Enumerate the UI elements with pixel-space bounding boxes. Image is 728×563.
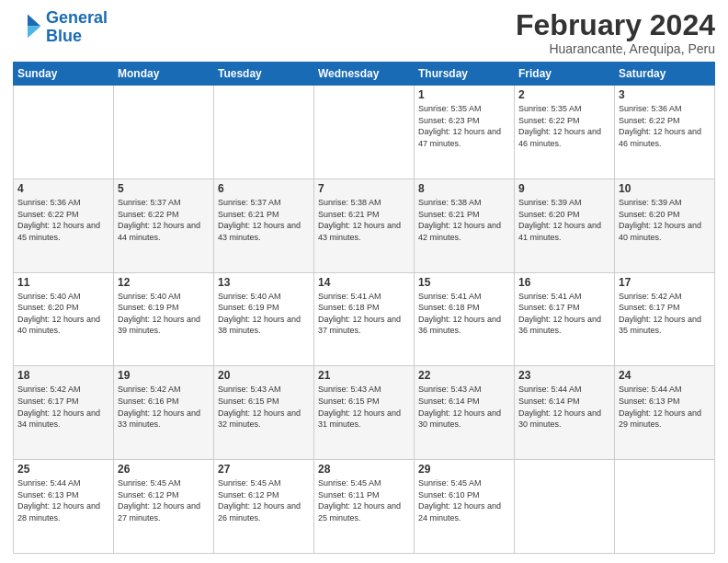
- day-number: 5: [118, 182, 210, 195]
- day-number: 6: [218, 182, 310, 195]
- calendar-cell: [314, 86, 415, 179]
- location: Huarancante, Arequipa, Peru: [516, 41, 715, 56]
- calendar-cell: 24Sunrise: 5:44 AM Sunset: 6:13 PM Dayli…: [615, 366, 715, 460]
- calendar-header-wednesday: Wednesday: [314, 63, 415, 86]
- day-number: 20: [218, 369, 310, 382]
- day-info: Sunrise: 5:44 AM Sunset: 6:13 PM Dayligh…: [619, 384, 711, 430]
- calendar-cell: 18Sunrise: 5:42 AM Sunset: 6:17 PM Dayli…: [14, 366, 114, 460]
- calendar-week-4: 25Sunrise: 5:44 AM Sunset: 6:13 PM Dayli…: [14, 460, 715, 554]
- calendar-cell: 4Sunrise: 5:36 AM Sunset: 6:22 PM Daylig…: [14, 178, 114, 272]
- calendar-week-2: 11Sunrise: 5:40 AM Sunset: 6:20 PM Dayli…: [14, 272, 715, 366]
- day-number: 28: [318, 463, 410, 476]
- calendar-cell: 1Sunrise: 5:35 AM Sunset: 6:23 PM Daylig…: [415, 86, 515, 179]
- day-info: Sunrise: 5:40 AM Sunset: 6:20 PM Dayligh…: [17, 291, 109, 337]
- day-number: 7: [318, 182, 410, 195]
- calendar-header-sunday: Sunday: [14, 63, 114, 86]
- day-info: Sunrise: 5:41 AM Sunset: 6:17 PM Dayligh…: [518, 291, 610, 337]
- page: General Blue February 2024 Huarancante, …: [0, 0, 728, 563]
- calendar-header-tuesday: Tuesday: [214, 63, 314, 86]
- day-number: 21: [318, 369, 410, 382]
- day-number: 11: [17, 276, 109, 289]
- calendar-cell: 23Sunrise: 5:44 AM Sunset: 6:14 PM Dayli…: [515, 366, 615, 460]
- day-number: 8: [418, 182, 510, 195]
- calendar-cell: 20Sunrise: 5:43 AM Sunset: 6:15 PM Dayli…: [214, 366, 314, 460]
- day-info: Sunrise: 5:40 AM Sunset: 6:19 PM Dayligh…: [218, 291, 310, 337]
- day-number: 19: [118, 369, 210, 382]
- calendar-cell: 26Sunrise: 5:45 AM Sunset: 6:12 PM Dayli…: [114, 460, 214, 554]
- day-number: 15: [418, 276, 510, 289]
- logo-text: General Blue: [46, 9, 108, 46]
- day-info: Sunrise: 5:41 AM Sunset: 6:18 PM Dayligh…: [318, 291, 410, 337]
- day-info: Sunrise: 5:42 AM Sunset: 6:17 PM Dayligh…: [619, 291, 711, 337]
- logo-line1: General: [46, 8, 108, 27]
- day-number: 17: [619, 276, 711, 289]
- day-number: 13: [218, 276, 310, 289]
- day-number: 14: [318, 276, 410, 289]
- day-info: Sunrise: 5:35 AM Sunset: 6:22 PM Dayligh…: [518, 103, 610, 149]
- day-info: Sunrise: 5:44 AM Sunset: 6:14 PM Dayligh…: [518, 384, 610, 430]
- day-number: 22: [418, 369, 510, 382]
- month-title: February 2024: [516, 9, 715, 41]
- calendar-week-0: 1Sunrise: 5:35 AM Sunset: 6:23 PM Daylig…: [14, 86, 715, 179]
- calendar-week-1: 4Sunrise: 5:36 AM Sunset: 6:22 PM Daylig…: [14, 178, 715, 272]
- day-number: 26: [118, 463, 210, 476]
- calendar-cell: 6Sunrise: 5:37 AM Sunset: 6:21 PM Daylig…: [214, 178, 314, 272]
- calendar-cell: [114, 86, 214, 179]
- day-info: Sunrise: 5:42 AM Sunset: 6:16 PM Dayligh…: [118, 384, 210, 430]
- day-info: Sunrise: 5:37 AM Sunset: 6:22 PM Dayligh…: [118, 197, 210, 243]
- logo-line2: Blue: [46, 27, 82, 45]
- calendar-cell: 22Sunrise: 5:43 AM Sunset: 6:14 PM Dayli…: [415, 366, 515, 460]
- calendar-header-row: SundayMondayTuesdayWednesdayThursdayFrid…: [14, 63, 715, 86]
- day-number: 3: [619, 88, 711, 101]
- day-info: Sunrise: 5:40 AM Sunset: 6:19 PM Dayligh…: [118, 291, 210, 337]
- calendar-cell: 29Sunrise: 5:45 AM Sunset: 6:10 PM Dayli…: [415, 460, 515, 554]
- logo-icon: [13, 13, 42, 42]
- day-info: Sunrise: 5:45 AM Sunset: 6:12 PM Dayligh…: [118, 477, 210, 523]
- day-number: 24: [619, 369, 711, 382]
- calendar-cell: 27Sunrise: 5:45 AM Sunset: 6:12 PM Dayli…: [214, 460, 314, 554]
- day-info: Sunrise: 5:39 AM Sunset: 6:20 PM Dayligh…: [619, 197, 711, 243]
- header: General Blue February 2024 Huarancante, …: [13, 9, 715, 56]
- calendar-header-friday: Friday: [515, 63, 615, 86]
- calendar-cell: 13Sunrise: 5:40 AM Sunset: 6:19 PM Dayli…: [214, 272, 314, 366]
- calendar-cell: 3Sunrise: 5:36 AM Sunset: 6:22 PM Daylig…: [615, 86, 715, 179]
- calendar-cell: 19Sunrise: 5:42 AM Sunset: 6:16 PM Dayli…: [114, 366, 214, 460]
- logo: General Blue: [13, 9, 108, 46]
- day-number: 12: [118, 276, 210, 289]
- day-number: 9: [518, 182, 610, 195]
- calendar-cell: 28Sunrise: 5:45 AM Sunset: 6:11 PM Dayli…: [314, 460, 415, 554]
- calendar-cell: 12Sunrise: 5:40 AM Sunset: 6:19 PM Dayli…: [114, 272, 214, 366]
- calendar-cell: 15Sunrise: 5:41 AM Sunset: 6:18 PM Dayli…: [415, 272, 515, 366]
- calendar-cell: 14Sunrise: 5:41 AM Sunset: 6:18 PM Dayli…: [314, 272, 415, 366]
- day-info: Sunrise: 5:36 AM Sunset: 6:22 PM Dayligh…: [17, 197, 109, 243]
- day-info: Sunrise: 5:37 AM Sunset: 6:21 PM Dayligh…: [218, 197, 310, 243]
- day-info: Sunrise: 5:41 AM Sunset: 6:18 PM Dayligh…: [418, 291, 510, 337]
- calendar-cell: [214, 86, 314, 179]
- day-info: Sunrise: 5:36 AM Sunset: 6:22 PM Dayligh…: [619, 103, 711, 149]
- day-info: Sunrise: 5:44 AM Sunset: 6:13 PM Dayligh…: [17, 477, 109, 523]
- day-number: 23: [518, 369, 610, 382]
- day-info: Sunrise: 5:45 AM Sunset: 6:10 PM Dayligh…: [418, 477, 510, 523]
- day-number: 25: [17, 463, 109, 476]
- day-number: 4: [17, 182, 109, 195]
- calendar-cell: 2Sunrise: 5:35 AM Sunset: 6:22 PM Daylig…: [515, 86, 615, 179]
- calendar-cell: 16Sunrise: 5:41 AM Sunset: 6:17 PM Dayli…: [515, 272, 615, 366]
- calendar-header-thursday: Thursday: [415, 63, 515, 86]
- day-info: Sunrise: 5:38 AM Sunset: 6:21 PM Dayligh…: [318, 197, 410, 243]
- calendar-cell: [615, 460, 715, 554]
- calendar-cell: 17Sunrise: 5:42 AM Sunset: 6:17 PM Dayli…: [615, 272, 715, 366]
- calendar-cell: 7Sunrise: 5:38 AM Sunset: 6:21 PM Daylig…: [314, 178, 415, 272]
- calendar-header-saturday: Saturday: [615, 63, 715, 86]
- day-number: 29: [418, 463, 510, 476]
- calendar-cell: 9Sunrise: 5:39 AM Sunset: 6:20 PM Daylig…: [515, 178, 615, 272]
- day-info: Sunrise: 5:39 AM Sunset: 6:20 PM Dayligh…: [518, 197, 610, 243]
- calendar-cell: 5Sunrise: 5:37 AM Sunset: 6:22 PM Daylig…: [114, 178, 214, 272]
- day-number: 18: [17, 369, 109, 382]
- calendar-header-monday: Monday: [114, 63, 214, 86]
- calendar-cell: [14, 86, 114, 179]
- calendar-cell: [515, 460, 615, 554]
- day-number: 16: [518, 276, 610, 289]
- day-number: 1: [418, 88, 510, 101]
- calendar-cell: 21Sunrise: 5:43 AM Sunset: 6:15 PM Dayli…: [314, 366, 415, 460]
- day-info: Sunrise: 5:42 AM Sunset: 6:17 PM Dayligh…: [17, 384, 109, 430]
